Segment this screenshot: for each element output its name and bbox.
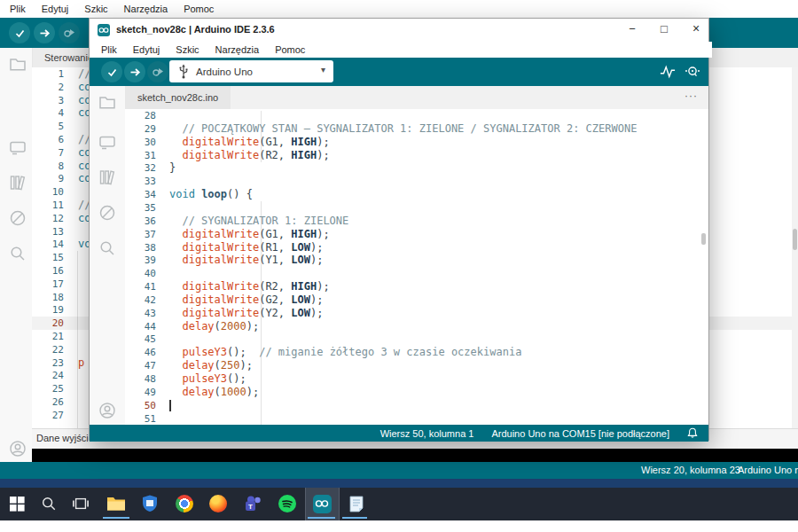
boards-manager-icon[interactable] bbox=[8, 137, 27, 157]
code-line-31[interactable]: 31 digitalWrite(R2, HIGH); bbox=[125, 149, 708, 162]
code-text: digitalWrite(G1, HIGH); bbox=[169, 228, 330, 241]
fg-menu-edytuj[interactable]: Edytuj bbox=[125, 44, 168, 55]
svg-text:T: T bbox=[248, 503, 253, 511]
code-text: } bbox=[169, 161, 176, 175]
sketchbook-folder-icon[interactable] bbox=[8, 54, 27, 74]
arduino-ide-taskbar-icon[interactable] bbox=[312, 494, 332, 513]
code-line-48[interactable]: 48 pulseY3(); bbox=[125, 372, 708, 386]
fg-scrollbar-thumb[interactable] bbox=[701, 233, 706, 245]
notifications-bell-icon[interactable] bbox=[687, 427, 698, 439]
teams-icon[interactable]: T bbox=[244, 494, 263, 513]
debug-button[interactable] bbox=[59, 22, 80, 43]
bg-status-board[interactable]: Arduino Uno na C bbox=[738, 465, 798, 475]
code-line-29[interactable]: 29 // POCZĄTKOWY STAN – SYGNALIZATOR 1: … bbox=[125, 122, 708, 136]
windows-security-icon[interactable] bbox=[140, 494, 160, 513]
line-number: 26 bbox=[32, 395, 64, 409]
fg-editor[interactable]: 2829 // POCZĄTKOWY STAN – SYGNALIZATOR 1… bbox=[125, 109, 708, 425]
fg-sketch-tab[interactable]: sketch_nov28c.ino bbox=[125, 86, 231, 109]
line-number: 4 bbox=[32, 106, 64, 120]
code-line-39[interactable]: 39 digitalWrite(Y1, LOW); bbox=[125, 254, 708, 267]
maximize-button[interactable]: □ bbox=[653, 22, 675, 35]
debug-icon[interactable] bbox=[8, 208, 27, 228]
code-line-51[interactable]: 51 bbox=[125, 412, 708, 425]
fg-titlebar[interactable]: sketch_nov28c | Arduino IDE 2.3.6 − □ × bbox=[90, 19, 708, 42]
account-icon[interactable] bbox=[98, 401, 117, 420]
serial-monitor-icon[interactable] bbox=[685, 64, 700, 80]
task-view-icon[interactable] bbox=[71, 494, 90, 513]
code-line-36[interactable]: 36 // SYGNALIZATOR 1: ZIELONE bbox=[125, 215, 708, 228]
code-line-34[interactable]: 34void loop() { bbox=[125, 188, 708, 201]
code-line-49[interactable]: 49 delay(1000); bbox=[125, 386, 708, 399]
code-line-28[interactable]: 28 bbox=[125, 109, 708, 122]
notepad-icon[interactable] bbox=[347, 494, 366, 513]
line-number: 44 bbox=[125, 320, 156, 333]
bg-scrollbar[interactable] bbox=[792, 67, 798, 428]
bg-scrollbar-thumb[interactable] bbox=[793, 229, 797, 250]
line-number: 18 bbox=[32, 291, 64, 304]
line-number: 34 bbox=[125, 188, 156, 201]
fg-status-board[interactable]: Arduino Uno na COM15 [nie podłączone] bbox=[491, 428, 669, 439]
code-line-42[interactable]: 42 digitalWrite(G2, LOW); bbox=[125, 293, 708, 307]
fg-menu-narzędzia[interactable]: Narzędzia bbox=[207, 44, 268, 55]
line-number: 9 bbox=[32, 172, 64, 185]
code-line-45[interactable]: 45 bbox=[125, 332, 708, 346]
start-button[interactable] bbox=[7, 494, 27, 513]
debug-button[interactable] bbox=[147, 61, 168, 82]
explorer-running-indicator bbox=[103, 517, 129, 519]
code-line-40[interactable]: 40 bbox=[125, 267, 708, 280]
code-line-50[interactable]: 50 bbox=[125, 399, 708, 412]
code-line-33[interactable]: 33 bbox=[125, 175, 708, 188]
library-manager-icon[interactable] bbox=[8, 173, 27, 192]
code-text: digitalWrite(R2, HIGH); bbox=[169, 149, 330, 162]
code-line-32[interactable]: 32} bbox=[125, 161, 708, 175]
code-text: pulseY3(); // miganie żółtego 3 w czasie… bbox=[169, 346, 521, 359]
account-icon[interactable] bbox=[8, 439, 27, 458]
close-button[interactable]: × bbox=[685, 21, 707, 35]
code-text: digitalWrite(Y2, LOW); bbox=[169, 307, 323, 320]
more-actions-button[interactable]: ··· bbox=[685, 90, 698, 102]
code-line-35[interactable]: 35 bbox=[125, 201, 708, 215]
bg-output-console[interactable] bbox=[32, 449, 798, 462]
debug-icon[interactable] bbox=[98, 203, 117, 223]
verify-button[interactable] bbox=[9, 22, 30, 43]
code-line-37[interactable]: 37 digitalWrite(G1, HIGH); bbox=[125, 228, 708, 241]
serial-plotter-icon[interactable] bbox=[660, 64, 676, 80]
bg-menu-edytuj[interactable]: Edytuj bbox=[34, 4, 77, 14]
code-line-30[interactable]: 30 digitalWrite(G1, HIGH); bbox=[125, 136, 708, 149]
fg-menu-plik[interactable]: Plik bbox=[93, 44, 125, 55]
fg-status-line-col[interactable]: Wiersz 50, kolumna 1 bbox=[380, 428, 474, 439]
search-icon[interactable] bbox=[98, 239, 117, 258]
upload-button[interactable] bbox=[34, 22, 55, 43]
line-number: 15 bbox=[32, 251, 64, 264]
arrow-right-icon bbox=[129, 66, 141, 78]
code-line-47[interactable]: 47 delay(250); bbox=[125, 359, 708, 372]
bg-menu-narzędzia[interactable]: Narzędzia bbox=[116, 4, 176, 14]
chrome-icon[interactable] bbox=[175, 494, 194, 513]
fg-menu-pomoc[interactable]: Pomoc bbox=[267, 44, 313, 55]
firefox-icon[interactable] bbox=[208, 494, 228, 513]
code-line-41[interactable]: 41 digitalWrite(R2, HIGH); bbox=[125, 280, 708, 293]
verify-button[interactable] bbox=[101, 61, 122, 82]
file-explorer-icon[interactable] bbox=[106, 494, 126, 513]
line-number: 20 bbox=[32, 317, 64, 330]
board-selector[interactable]: Arduino Uno ▾ bbox=[169, 60, 333, 82]
minimize-button[interactable]: − bbox=[622, 22, 643, 35]
code-line-46[interactable]: 46 pulseY3(); // miganie żółtego 3 w cza… bbox=[125, 346, 708, 359]
window-title: sketch_nov28c | Arduino IDE 2.3.6 bbox=[116, 24, 275, 35]
code-line-44[interactable]: 44 delay(2000); bbox=[125, 320, 708, 333]
fg-menu-szkic[interactable]: Szkic bbox=[168, 44, 207, 55]
spotify-icon[interactable] bbox=[278, 494, 297, 513]
boards-manager-icon[interactable] bbox=[98, 132, 117, 152]
taskbar-search-icon[interactable] bbox=[39, 494, 59, 513]
search-icon[interactable] bbox=[8, 244, 27, 263]
library-manager-icon[interactable] bbox=[98, 168, 117, 187]
code-line-38[interactable]: 38 digitalWrite(R1, LOW); bbox=[125, 241, 708, 254]
line-number: 47 bbox=[125, 359, 156, 372]
code-text: delay(250); bbox=[169, 359, 253, 372]
sketchbook-folder-icon[interactable] bbox=[98, 92, 117, 112]
code-line-43[interactable]: 43 digitalWrite(Y2, LOW); bbox=[125, 307, 708, 320]
bg-menu-pomoc[interactable]: Pomoc bbox=[176, 4, 222, 14]
bg-menu-plik[interactable]: Plik bbox=[2, 4, 34, 14]
upload-button[interactable] bbox=[124, 61, 145, 82]
bg-menu-szkic[interactable]: Szkic bbox=[76, 4, 115, 14]
